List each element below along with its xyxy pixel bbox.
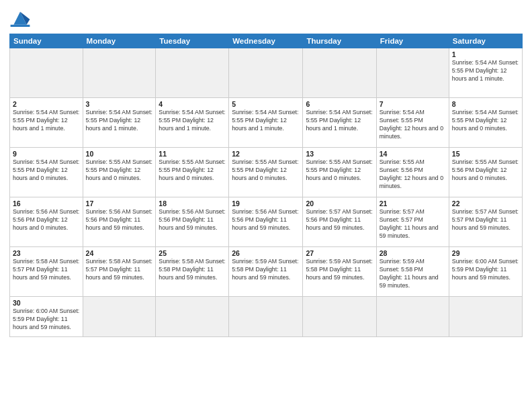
calendar-cell: 8Sunrise: 5:54 AM Sunset: 5:55 PM Daylig… bbox=[449, 98, 522, 148]
weekday-sunday: Sunday bbox=[10, 34, 83, 48]
day-info: Sunrise: 5:54 AM Sunset: 5:55 PM Dayligh… bbox=[306, 109, 373, 133]
day-info: Sunrise: 5:54 AM Sunset: 5:55 PM Dayligh… bbox=[232, 109, 300, 133]
day-number: 19 bbox=[232, 199, 300, 208]
calendar-cell: 16Sunrise: 5:56 AM Sunset: 5:56 PM Dayli… bbox=[10, 197, 83, 247]
day-info: Sunrise: 5:59 AM Sunset: 5:58 PM Dayligh… bbox=[380, 258, 446, 290]
calendar-cell: 30Sunrise: 6:00 AM Sunset: 5:59 PM Dayli… bbox=[10, 297, 83, 337]
calendar-cell: 3Sunrise: 5:54 AM Sunset: 5:55 PM Daylig… bbox=[83, 98, 156, 148]
calendar-cell: 27Sunrise: 5:59 AM Sunset: 5:58 PM Dayli… bbox=[303, 247, 376, 297]
weekday-wednesday: Wednesday bbox=[229, 34, 303, 48]
day-info: Sunrise: 5:54 AM Sunset: 5:55 PM Dayligh… bbox=[86, 109, 153, 133]
calendar-cell: 28Sunrise: 5:59 AM Sunset: 5:58 PM Dayli… bbox=[376, 247, 449, 297]
calendar-cell bbox=[83, 297, 156, 337]
calendar-cell bbox=[376, 48, 449, 98]
day-info: Sunrise: 5:58 AM Sunset: 5:57 PM Dayligh… bbox=[13, 258, 80, 282]
week-row-0: 1Sunrise: 5:54 AM Sunset: 5:55 PM Daylig… bbox=[10, 48, 523, 98]
day-info: Sunrise: 5:57 AM Sunset: 5:56 PM Dayligh… bbox=[306, 208, 373, 232]
day-number: 27 bbox=[306, 249, 373, 257]
day-number: 2 bbox=[13, 100, 80, 108]
day-info: Sunrise: 5:55 AM Sunset: 5:55 PM Dayligh… bbox=[86, 158, 153, 183]
day-number: 12 bbox=[232, 150, 300, 158]
calendar-cell bbox=[156, 48, 229, 98]
svg-rect-2 bbox=[11, 25, 30, 27]
day-number: 13 bbox=[306, 150, 373, 158]
day-info: Sunrise: 5:54 AM Sunset: 5:55 PM Dayligh… bbox=[452, 109, 519, 133]
day-number: 7 bbox=[380, 100, 446, 108]
day-info: Sunrise: 5:54 AM Sunset: 5:55 PM Dayligh… bbox=[13, 158, 80, 183]
calendar-cell bbox=[156, 297, 229, 337]
day-number: 6 bbox=[306, 100, 373, 108]
day-number: 25 bbox=[159, 249, 226, 257]
calendar-cell bbox=[449, 297, 522, 337]
calendar-cell: 20Sunrise: 5:57 AM Sunset: 5:56 PM Dayli… bbox=[303, 197, 376, 247]
day-info: Sunrise: 5:55 AM Sunset: 5:56 PM Dayligh… bbox=[452, 158, 519, 183]
day-number: 30 bbox=[13, 299, 80, 307]
calendar: SundayMondayTuesdayWednesdayThursdayFrid… bbox=[9, 34, 523, 337]
day-info: Sunrise: 5:59 AM Sunset: 5:58 PM Dayligh… bbox=[306, 258, 373, 282]
calendar-cell bbox=[10, 48, 83, 98]
day-info: Sunrise: 5:57 AM Sunset: 5:57 PM Dayligh… bbox=[380, 208, 446, 240]
day-number: 15 bbox=[452, 150, 519, 158]
day-info: Sunrise: 5:55 AM Sunset: 5:55 PM Dayligh… bbox=[306, 158, 373, 183]
calendar-cell: 4Sunrise: 5:54 AM Sunset: 5:55 PM Daylig… bbox=[156, 98, 229, 148]
day-number: 4 bbox=[159, 100, 226, 108]
calendar-cell: 26Sunrise: 5:59 AM Sunset: 5:58 PM Dayli… bbox=[229, 247, 303, 297]
day-info: Sunrise: 5:56 AM Sunset: 5:56 PM Dayligh… bbox=[13, 208, 80, 232]
weekday-friday: Friday bbox=[376, 34, 449, 48]
day-number: 28 bbox=[380, 249, 446, 257]
header bbox=[9, 7, 523, 28]
day-number: 18 bbox=[159, 199, 226, 208]
day-number: 24 bbox=[86, 249, 153, 257]
day-number: 23 bbox=[13, 249, 80, 257]
logo-icon bbox=[9, 9, 31, 28]
calendar-cell: 1Sunrise: 5:54 AM Sunset: 5:55 PM Daylig… bbox=[449, 48, 522, 98]
calendar-cell bbox=[303, 48, 376, 98]
calendar-cell: 7Sunrise: 5:54 AM Sunset: 5:55 PM Daylig… bbox=[376, 98, 449, 148]
calendar-cell: 2Sunrise: 5:54 AM Sunset: 5:55 PM Daylig… bbox=[10, 98, 83, 148]
day-info: Sunrise: 5:57 AM Sunset: 5:57 PM Dayligh… bbox=[452, 208, 519, 232]
day-info: Sunrise: 5:56 AM Sunset: 5:56 PM Dayligh… bbox=[232, 208, 300, 232]
day-number: 17 bbox=[86, 199, 153, 208]
weekday-thursday: Thursday bbox=[303, 34, 376, 48]
day-number: 21 bbox=[380, 199, 446, 208]
day-info: Sunrise: 5:54 AM Sunset: 5:55 PM Dayligh… bbox=[13, 109, 80, 133]
day-number: 8 bbox=[452, 100, 519, 108]
week-row-3: 16Sunrise: 5:56 AM Sunset: 5:56 PM Dayli… bbox=[10, 197, 523, 247]
calendar-cell: 17Sunrise: 5:56 AM Sunset: 5:56 PM Dayli… bbox=[83, 197, 156, 247]
calendar-cell: 15Sunrise: 5:55 AM Sunset: 5:56 PM Dayli… bbox=[449, 148, 522, 197]
calendar-cell: 23Sunrise: 5:58 AM Sunset: 5:57 PM Dayli… bbox=[10, 247, 83, 297]
day-number: 5 bbox=[232, 100, 300, 108]
calendar-cell: 22Sunrise: 5:57 AM Sunset: 5:57 PM Dayli… bbox=[449, 197, 522, 247]
logo bbox=[9, 9, 34, 28]
calendar-cell: 12Sunrise: 5:55 AM Sunset: 5:55 PM Dayli… bbox=[229, 148, 303, 197]
day-info: Sunrise: 6:00 AM Sunset: 5:59 PM Dayligh… bbox=[452, 258, 519, 282]
day-number: 16 bbox=[13, 199, 80, 208]
day-info: Sunrise: 5:59 AM Sunset: 5:58 PM Dayligh… bbox=[232, 258, 300, 282]
calendar-cell: 13Sunrise: 5:55 AM Sunset: 5:55 PM Dayli… bbox=[303, 148, 376, 197]
calendar-cell: 25Sunrise: 5:58 AM Sunset: 5:58 PM Dayli… bbox=[156, 247, 229, 297]
calendar-cell: 9Sunrise: 5:54 AM Sunset: 5:55 PM Daylig… bbox=[10, 148, 83, 197]
day-number: 22 bbox=[452, 199, 519, 208]
calendar-cell: 10Sunrise: 5:55 AM Sunset: 5:55 PM Dayli… bbox=[83, 148, 156, 197]
day-info: Sunrise: 5:56 AM Sunset: 5:56 PM Dayligh… bbox=[86, 208, 153, 232]
day-info: Sunrise: 5:54 AM Sunset: 5:55 PM Dayligh… bbox=[452, 59, 519, 83]
calendar-cell: 21Sunrise: 5:57 AM Sunset: 5:57 PM Dayli… bbox=[376, 197, 449, 247]
day-info: Sunrise: 5:55 AM Sunset: 5:55 PM Dayligh… bbox=[159, 158, 226, 183]
calendar-cell: 6Sunrise: 5:54 AM Sunset: 5:55 PM Daylig… bbox=[303, 98, 376, 148]
calendar-cell: 29Sunrise: 6:00 AM Sunset: 5:59 PM Dayli… bbox=[449, 247, 522, 297]
day-number: 29 bbox=[452, 249, 519, 257]
calendar-cell: 5Sunrise: 5:54 AM Sunset: 5:55 PM Daylig… bbox=[229, 98, 303, 148]
calendar-cell: 24Sunrise: 5:58 AM Sunset: 5:57 PM Dayli… bbox=[83, 247, 156, 297]
calendar-cell: 18Sunrise: 5:56 AM Sunset: 5:56 PM Dayli… bbox=[156, 197, 229, 247]
day-info: Sunrise: 5:55 AM Sunset: 5:55 PM Dayligh… bbox=[232, 158, 300, 183]
day-number: 26 bbox=[232, 249, 300, 257]
weekday-saturday: Saturday bbox=[449, 34, 522, 48]
calendar-cell: 19Sunrise: 5:56 AM Sunset: 5:56 PM Dayli… bbox=[229, 197, 303, 247]
day-number: 20 bbox=[306, 199, 373, 208]
weekday-tuesday: Tuesday bbox=[156, 34, 229, 48]
calendar-cell: 11Sunrise: 5:55 AM Sunset: 5:55 PM Dayli… bbox=[156, 148, 229, 197]
day-info: Sunrise: 5:58 AM Sunset: 5:57 PM Dayligh… bbox=[86, 258, 153, 282]
calendar-cell bbox=[303, 297, 376, 337]
calendar-cell: 14Sunrise: 5:55 AM Sunset: 5:56 PM Dayli… bbox=[376, 148, 449, 197]
day-number: 11 bbox=[159, 150, 226, 158]
